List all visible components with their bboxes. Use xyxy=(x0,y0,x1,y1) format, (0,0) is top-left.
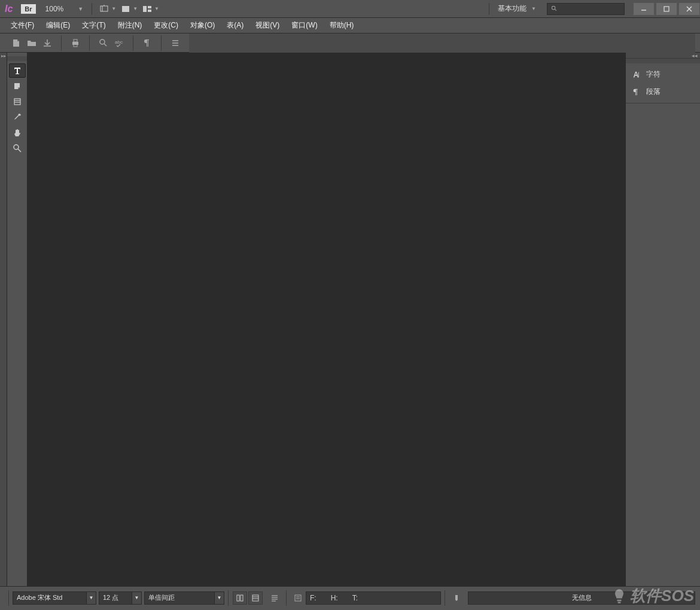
svg-text:abc: abc xyxy=(115,39,123,45)
panel-label: 字符 xyxy=(646,69,661,80)
separator xyxy=(92,3,92,15)
separator xyxy=(89,35,90,51)
separator xyxy=(61,35,62,51)
collapse-panel-button[interactable]: ◂◂ xyxy=(626,53,700,59)
depth-ruler-button[interactable] xyxy=(449,591,464,605)
menu-changes[interactable]: 更改(C) xyxy=(148,20,184,30)
svg-rect-28 xyxy=(237,595,239,601)
window-controls xyxy=(632,2,700,16)
svg-rect-10 xyxy=(664,7,669,11)
chevron-down-icon: ▼ xyxy=(531,6,536,11)
separator xyxy=(133,35,133,51)
app-logo: Ic xyxy=(5,4,13,14)
svg-rect-30 xyxy=(252,595,258,601)
svg-rect-14 xyxy=(74,39,77,42)
minimize-button[interactable] xyxy=(633,2,655,16)
menu-notes[interactable]: 附注(N) xyxy=(112,20,148,30)
stats-display: F: H: T: xyxy=(306,591,441,605)
position-tool[interactable] xyxy=(9,94,26,109)
menu-table[interactable]: 表(A) xyxy=(221,20,249,30)
search-icon xyxy=(551,5,558,12)
zoom-value: 100% xyxy=(45,5,64,13)
save-button[interactable] xyxy=(39,35,55,51)
separator xyxy=(286,590,287,606)
menu-edit[interactable]: 编辑(E) xyxy=(40,20,76,30)
t-label: T: xyxy=(352,594,358,602)
svg-rect-22 xyxy=(14,99,20,105)
spellcheck-button[interactable]: abc xyxy=(111,35,127,51)
svg-rect-4 xyxy=(143,6,147,12)
h-label: H: xyxy=(331,594,338,602)
svg-rect-5 xyxy=(148,6,151,8)
galley-view-button[interactable] xyxy=(248,591,263,605)
column-view-button[interactable] xyxy=(233,591,247,605)
zoom-tool[interactable] xyxy=(9,141,26,155)
chevron-down-icon: ▼ xyxy=(111,6,116,11)
arrange-button[interactable]: ▼ xyxy=(140,4,162,14)
type-tool[interactable] xyxy=(9,63,26,78)
bridge-button[interactable]: Br xyxy=(21,4,35,14)
menu-file[interactable]: 文件(F) xyxy=(5,20,40,30)
document-canvas[interactable] xyxy=(28,53,625,586)
separator xyxy=(228,590,229,606)
chevron-down-icon: ▼ xyxy=(132,592,141,604)
view-options-button[interactable]: ▼ xyxy=(118,4,140,14)
workspace-select[interactable]: 基本功能 ▼ xyxy=(494,4,540,14)
svg-rect-37 xyxy=(295,595,301,601)
story-info-button[interactable] xyxy=(291,591,305,605)
separator xyxy=(445,590,445,606)
left-panel-strip[interactable]: ▸▸ xyxy=(0,53,7,586)
paragraph-panel-button[interactable]: 段落 xyxy=(626,83,700,100)
panel-label: 段落 xyxy=(646,87,661,97)
menu-lines-button[interactable] xyxy=(168,35,183,51)
chevron-down-icon: ▼ xyxy=(214,592,224,604)
pilcrow-button[interactable] xyxy=(139,35,155,51)
menu-object[interactable]: 对象(O) xyxy=(184,20,221,30)
font-size-select[interactable]: 12 点 ▼ xyxy=(99,591,142,605)
maximize-button[interactable] xyxy=(656,2,677,16)
chevron-down-icon: ▼ xyxy=(154,6,159,11)
find-button[interactable] xyxy=(96,35,111,51)
character-panel-button[interactable]: 字符 xyxy=(626,66,700,83)
new-doc-button[interactable] xyxy=(8,35,24,51)
svg-line-8 xyxy=(555,9,556,11)
note-tool[interactable] xyxy=(9,79,26,93)
close-button[interactable] xyxy=(678,2,700,16)
tool-panel xyxy=(7,53,28,586)
svg-point-25 xyxy=(14,145,19,150)
print-button[interactable] xyxy=(68,35,83,51)
separator xyxy=(489,3,489,15)
search-input[interactable] xyxy=(547,3,625,15)
chevron-down-icon: ▼ xyxy=(86,592,96,604)
menu-help[interactable]: 帮助(H) xyxy=(324,20,360,30)
svg-line-17 xyxy=(104,44,106,46)
hand-tool[interactable] xyxy=(9,126,26,140)
font-family-select[interactable]: Adobe 宋体 Std ▼ xyxy=(13,591,96,605)
zoom-select[interactable]: 100% ▼ xyxy=(42,5,87,13)
screen-mode-button[interactable]: ▼ xyxy=(97,4,118,14)
paragraph-icon xyxy=(632,88,640,96)
open-button[interactable] xyxy=(24,35,39,51)
svg-point-16 xyxy=(100,39,105,44)
status-bar: Adobe 宋体 Std ▼ 12 点 ▼ 单倍间距 ▼ F: H: T: 无信… xyxy=(0,586,700,609)
panel-grip[interactable] xyxy=(626,59,700,63)
toolbar: abc xyxy=(0,33,700,53)
chevron-down-icon: ▼ xyxy=(78,6,83,12)
menu-window[interactable]: 窗口(W) xyxy=(285,20,323,30)
info-display: 无信息 xyxy=(468,591,695,605)
svg-rect-6 xyxy=(148,10,151,12)
svg-rect-29 xyxy=(241,595,243,601)
panel-grip[interactable] xyxy=(7,56,27,61)
line-spacing-select[interactable]: 单倍间距 ▼ xyxy=(144,591,224,605)
right-panel: ◂◂ 字符 段落 xyxy=(625,53,700,586)
svg-line-26 xyxy=(18,149,21,152)
justify-button[interactable] xyxy=(267,591,282,605)
menu-text[interactable]: 文字(T) xyxy=(76,20,111,30)
title-bar: Ic Br 100% ▼ ▼ ▼ ▼ 基本功能 ▼ xyxy=(0,0,700,18)
main-area: ▸▸ ◂◂ 字符 段落 xyxy=(0,53,700,586)
expand-right-icon[interactable]: ▸▸ xyxy=(1,53,7,59)
line-spacing-value: 单倍间距 xyxy=(148,593,175,602)
eyedropper-tool[interactable] xyxy=(9,110,26,124)
menu-view[interactable]: 视图(V) xyxy=(249,20,285,30)
svg-rect-3 xyxy=(122,6,129,12)
